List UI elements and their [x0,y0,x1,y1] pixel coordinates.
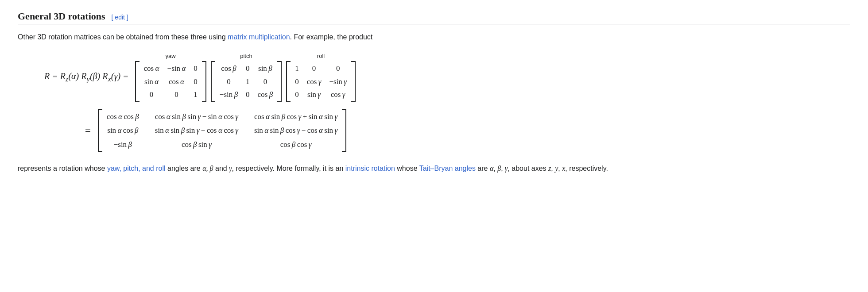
yaw-cells: cos α −sin α 0 sin α cos α 0 0 0 1 [141,61,200,102]
intro-paragraph: Other 3D rotation matrices can be obtain… [18,31,850,43]
formula-row-2: = cos α cos β cos α sin β sin γ − sin α … [80,109,348,152]
lhs-R: R = Rz(α) Ry(β) Rx(γ) = [44,69,129,85]
roll-cells: 1 0 0 0 cos γ −sin γ 0 sin γ cos γ [292,61,349,102]
footer-paragraph: represents a rotation whose yaw, pitch, … [18,162,815,174]
result-matrix: cos α cos β cos α sin β sin γ − sin α co… [98,109,346,152]
roll-label: roll [317,52,325,61]
math-formula: R = Rz(α) Ry(β) Rx(γ) = yaw cos α −sin α… [44,52,850,154]
matrix-multiplication-link[interactable]: matrix multiplication [228,33,290,41]
pitch-label: pitch [240,52,252,61]
intro-text: Other 3D rotation matrices can be obtain… [18,33,226,41]
intrinsic-rotation-link[interactable]: intrinsic rotation [345,165,395,172]
yaw-matrix: yaw cos α −sin α 0 sin α cos α 0 0 0 1 [135,52,206,102]
intro-end: . For example, the product [290,33,373,41]
footer-start: represents a rotation whose [18,165,105,172]
equals-sign-2: = [85,123,91,138]
result-cells: cos α cos β cos α sin β sin γ − sin α co… [104,109,340,152]
pitch-cells: cos β 0 sin β 0 1 0 −sin β 0 cos β [217,61,275,102]
section-header: General 3D rotations [ edit ] [18,11,850,24]
footer-end: are α, β, γ, about axes z, y, x, respect… [477,165,608,172]
footer-mid1: angles are α, β and γ, respectively. Mor… [167,165,345,172]
roll-matrix: roll 1 0 0 0 cos γ −sin γ 0 sin γ cos γ [286,52,356,102]
yaw-pitch-roll-link[interactable]: yaw, pitch, and roll [107,165,166,172]
formula-row-1: R = Rz(α) Ry(β) Rx(γ) = yaw cos α −sin α… [44,52,357,102]
yaw-label: yaw [166,52,176,61]
edit-link[interactable]: [ edit ] [112,14,128,21]
pitch-matrix: pitch cos β 0 sin β 0 1 0 −sin β 0 cos β [211,52,282,102]
section-title: General 3D rotations [18,11,105,22]
footer-whose: whose [397,165,419,172]
tait-bryan-link[interactable]: Tait–Bryan angles [419,165,476,172]
